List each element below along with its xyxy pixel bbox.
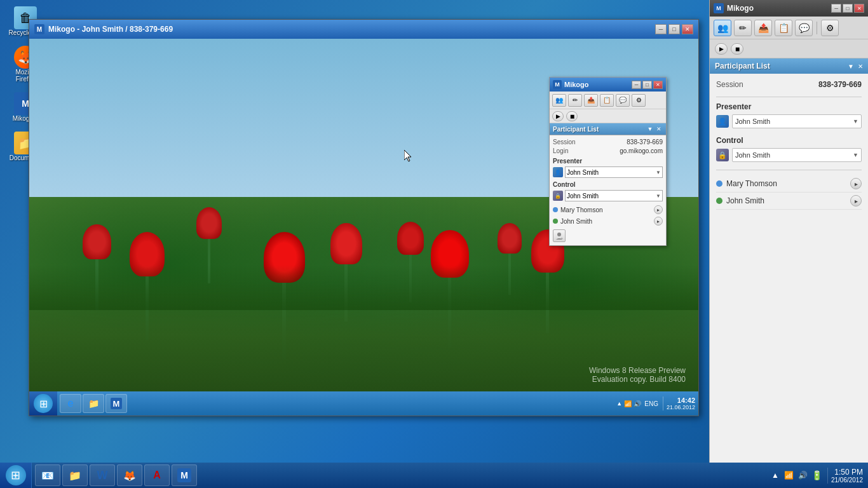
inner-presenter-select-row: 👤 John Smith ▼ — [553, 166, 663, 178]
rp-presenter-select[interactable]: John Smith ▼ — [732, 114, 862, 128]
inner-maximize-btn[interactable]: □ — [642, 81, 652, 89]
rp-session-value: 838-379-669 — [818, 80, 862, 89]
watermark-line2: Evaluation copy. Build 8400 — [589, 375, 686, 384]
inner-tool-btn-3[interactable]: 📤 — [584, 94, 598, 107]
mikogo-main-window: M Mikogo - John Smith / 838-379-669 ─ □ … — [29, 19, 699, 416]
inner-participant-more-2[interactable]: ▸ — [654, 217, 663, 226]
inner-control-select[interactable]: John Smith ▼ — [565, 190, 663, 201]
rp-more-btn-2[interactable]: ▸ — [850, 195, 862, 207]
rp-maximize-btn[interactable]: □ — [843, 4, 853, 13]
main-minimize-button[interactable]: ─ — [655, 24, 667, 34]
rp-presenter-select-text: John Smith — [735, 118, 770, 125]
taskbar-mikogo-app[interactable]: M — [172, 464, 197, 486]
inner-tray: ▲ 📶 🔊 ENG 14:42 21.06.2012 — [613, 396, 698, 410]
inner-titlebar: M Mikogo ─ □ ✕ — [550, 78, 666, 92]
inner-tool-btn-5[interactable]: 💬 — [616, 94, 630, 107]
inner-close-btn[interactable]: ✕ — [653, 81, 663, 89]
rp-header-controls: ▼ ✕ — [848, 63, 863, 70]
rp-header-close-btn[interactable]: ✕ — [858, 63, 863, 70]
inner-session-label: Session — [553, 139, 576, 146]
rp-status-play-btn[interactable]: ▶ — [715, 43, 728, 55]
inner-header-close-btn[interactable]: ✕ — [655, 125, 663, 133]
inner-minimize-btn[interactable]: ─ — [632, 81, 641, 89]
inner-taskbar-items: e 📁 M — [57, 394, 613, 413]
main-close-button[interactable]: ✕ — [682, 24, 693, 34]
right-panel: M Mikogo ─ □ ✕ 👥 ✏ 📤 📋 💬 ⚙ ▶ ◼ Parti — [709, 0, 868, 488]
inner-tool-btn-2[interactable]: ✏ — [568, 94, 582, 107]
rp-dot-2 — [716, 198, 722, 204]
inner-header-menu-btn[interactable]: ▼ — [646, 125, 654, 133]
tray-chevron-icon[interactable]: ▲ — [770, 470, 781, 481]
right-panel-titlebar: M Mikogo ─ □ ✕ — [710, 0, 868, 17]
inner-taskbar-ie[interactable]: e — [60, 394, 81, 413]
inner-start-orb: ⊞ — [34, 394, 53, 413]
taskbar-firefox[interactable]: 🦊 — [117, 464, 142, 486]
inner-status-btn-1[interactable]: ▶ — [552, 111, 564, 121]
rp-presenter-title: Presenter — [716, 102, 862, 111]
start-button[interactable]: ⊞ — [0, 463, 32, 488]
rp-control-select[interactable]: John Smith ▼ — [732, 148, 862, 162]
inner-taskbar-explorer[interactable]: 📁 — [83, 394, 104, 413]
rp-session-row: Session 838-379-669 — [716, 80, 862, 89]
inner-control-arrow: ▼ — [656, 193, 661, 199]
rp-more-btn-1[interactable]: ▸ — [850, 178, 862, 189]
inner-control-select-row: 🔒 John Smith ▼ — [553, 190, 663, 201]
rp-title-left: M Mikogo — [714, 3, 754, 13]
inner-tool-btn-6[interactable]: ⚙ — [632, 94, 646, 107]
inner-participant-name-2: John Smith — [560, 218, 651, 225]
rp-tool-participants[interactable]: 👥 — [714, 20, 731, 36]
rp-title-text: Mikogo — [727, 4, 754, 13]
main-maximize-button[interactable]: □ — [668, 24, 680, 34]
rp-tool-chat[interactable]: 💬 — [795, 20, 813, 36]
rp-header-menu-btn[interactable]: ▼ — [848, 63, 854, 70]
main-titlebar: M Mikogo - John Smith / 838-379-669 ─ □ … — [29, 20, 698, 39]
rp-control-avatar: 🔒 — [716, 149, 729, 161]
inner-add-participant-btn[interactable]: + — [553, 229, 566, 242]
explorer-icon: 📁 — [68, 468, 82, 482]
rp-toolbar-separator — [817, 22, 817, 34]
main-window-controls: ─ □ ✕ — [655, 24, 693, 34]
inner-chevron-icon[interactable]: ▲ — [616, 400, 622, 407]
rp-status-stop-btn[interactable]: ◼ — [731, 43, 743, 55]
rp-minimize-btn[interactable]: ─ — [831, 4, 841, 13]
taskbar-date: 21/06/2012 — [831, 477, 863, 484]
rp-participant-name-1: Mary Thomson — [726, 179, 846, 188]
taskbar-word[interactable]: W — [90, 464, 115, 486]
rp-tool-share[interactable]: 📤 — [754, 20, 772, 36]
inner-login-row: Login go.mikogo.com — [553, 147, 663, 154]
taskbar-outlook[interactable]: 📧 — [35, 464, 60, 486]
watermark-line1: Windows 8 Release Preview — [589, 366, 686, 375]
rp-dot-1 — [716, 180, 722, 187]
taskbar-acrobat[interactable]: A — [144, 464, 170, 486]
rp-toolbar: 👥 ✏ 📤 📋 💬 ⚙ — [710, 17, 868, 39]
rp-tool-clipboard[interactable]: 📋 — [775, 20, 792, 36]
inner-presenter-select[interactable]: John Smith ▼ — [565, 166, 663, 178]
taskbar-clock[interactable]: 1:50 PM 21/06/2012 — [827, 468, 863, 484]
taskbar-explorer[interactable]: 📁 — [62, 464, 88, 486]
inner-presenter-select-text: John Smith — [567, 169, 599, 176]
inner-header-controls: ▼ ✕ — [646, 125, 663, 133]
word-icon: W — [95, 468, 109, 482]
inner-win-controls: ─ □ ✕ — [632, 81, 663, 89]
rp-control-title: Control — [716, 136, 862, 145]
inner-participant-more-1[interactable]: ▸ — [654, 205, 663, 214]
inner-os-taskbar: ⊞ e 📁 M ▲ 📶 🔊 ENG — [29, 391, 698, 416]
rp-close-btn[interactable]: ✕ — [854, 4, 864, 13]
rp-tool-settings[interactable]: ⚙ — [821, 20, 839, 36]
firefox-taskbar-icon: 🦊 — [123, 468, 137, 482]
rp-tool-edit[interactable]: ✏ — [734, 20, 752, 36]
inner-tool-btn-1[interactable]: 👥 — [552, 94, 566, 107]
tray-volume-icon[interactable]: 🔊 — [797, 470, 809, 481]
rp-win-controls: ─ □ ✕ — [831, 4, 864, 13]
inner-participant-header-label: Participant List — [553, 126, 599, 133]
inner-login-label: Login — [553, 147, 568, 154]
rp-divider-1 — [716, 97, 862, 97]
inner-start-button[interactable]: ⊞ — [29, 391, 57, 416]
inner-participant-row-2: John Smith ▸ — [553, 215, 663, 227]
inner-status-btn-2[interactable]: ◼ — [566, 111, 578, 121]
inner-session-row: Session 838-379-669 — [553, 139, 663, 146]
rp-participant-row-2: John Smith ▸ — [716, 193, 862, 210]
inner-tool-btn-4[interactable]: 📋 — [600, 94, 614, 107]
inner-taskbar-mikogo[interactable]: M — [105, 394, 127, 413]
rp-presenter-select-row: 👤 John Smith ▼ — [716, 114, 862, 128]
